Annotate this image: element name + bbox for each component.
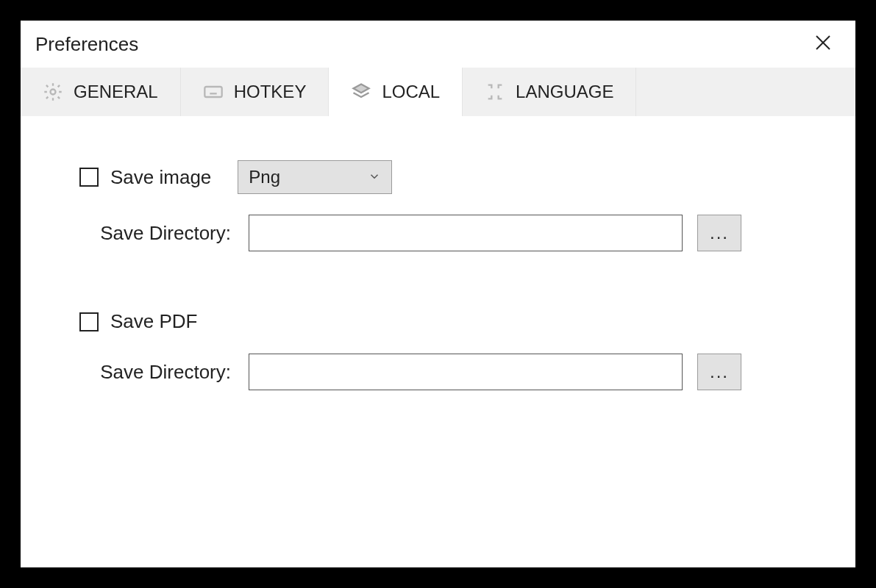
save-image-directory-label: Save Directory: <box>79 222 249 245</box>
tab-language-label: LANGUAGE <box>516 82 613 102</box>
tab-hotkey-label: HOTKEY <box>234 82 307 102</box>
svg-point-2 <box>51 90 56 95</box>
save-pdf-directory-input[interactable] <box>249 354 683 390</box>
image-format-value: Png <box>249 167 280 187</box>
tab-general-label: GENERAL <box>74 82 158 102</box>
tab-content-local: Save image Png Save Directory: ... <box>21 116 855 567</box>
window-title: Preferences <box>35 33 138 56</box>
gear-icon <box>43 82 63 102</box>
save-pdf-checkbox[interactable] <box>79 312 99 331</box>
save-image-checkbox[interactable] <box>79 168 99 187</box>
save-pdf-directory-label: Save Directory: <box>79 361 249 384</box>
save-image-browse-button[interactable]: ... <box>697 215 741 251</box>
close-button[interactable] <box>808 29 838 59</box>
save-pdf-label: Save PDF <box>110 310 198 333</box>
chevron-down-icon <box>368 167 381 187</box>
tab-general[interactable]: GENERAL <box>21 68 181 116</box>
save-pdf-browse-button[interactable]: ... <box>697 354 741 390</box>
save-image-group: Save image Png Save Directory: ... <box>79 160 797 251</box>
preferences-window: Preferences GENERAL <box>21 21 855 567</box>
save-image-label: Save image <box>110 166 211 189</box>
tab-language[interactable]: LANGUAGE <box>463 68 636 116</box>
tab-local[interactable]: LOCAL <box>329 68 463 116</box>
keyboard-icon <box>203 82 224 102</box>
tab-filler <box>636 68 855 116</box>
tab-hotkey[interactable]: HOTKEY <box>181 68 330 116</box>
close-icon <box>814 34 832 54</box>
tab-strip: GENERAL HOTKEY <box>21 68 855 116</box>
save-image-directory-input[interactable] <box>249 215 683 251</box>
tab-local-label: LOCAL <box>382 82 440 102</box>
crop-icon <box>485 82 505 102</box>
layers-icon <box>351 82 371 102</box>
svg-rect-3 <box>204 87 221 97</box>
save-pdf-group: Save PDF Save Directory: ... <box>79 310 797 390</box>
svg-marker-9 <box>354 85 369 93</box>
image-format-select[interactable]: Png <box>238 160 392 194</box>
titlebar: Preferences <box>21 21 855 68</box>
